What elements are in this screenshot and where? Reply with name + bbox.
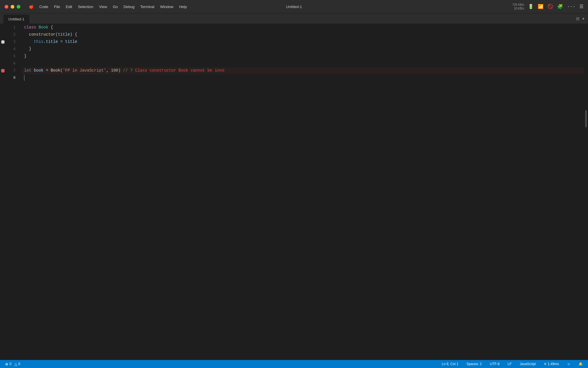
statusbar: ⊗ 0 △ 0 Ln 8, Col 1 Spaces: 2 UTF-8 LF J… — [0, 360, 588, 368]
bp-1 — [0, 24, 6, 31]
statusbar-right: Ln 8, Col 1 Spaces: 2 UTF-8 LF JavaScrip… — [440, 360, 585, 368]
menu-code[interactable]: Code — [36, 3, 51, 10]
token-indent2b — [24, 45, 29, 53]
token-book-var: book — [34, 67, 44, 74]
token-constructor: constructor — [29, 31, 55, 38]
code-line-8 — [22, 74, 584, 81]
token-empty — [24, 60, 26, 67]
timing[interactable]: ✕ 1.49ms — [542, 360, 561, 368]
breakpoint-white — [1, 40, 5, 44]
token-title-param: title — [58, 31, 70, 38]
smiley-button[interactable]: ☺ — [565, 360, 572, 368]
code-editor[interactable]: class Book { constructor ( title ) { thi… — [22, 24, 584, 360]
menu-help[interactable]: Help — [176, 3, 190, 10]
token-close-paren2: ) — [118, 67, 121, 74]
bp-3 — [0, 38, 6, 45]
token-close-brace2: } — [24, 53, 26, 60]
code-line-4: } — [22, 45, 584, 53]
token-call-paren: ( — [60, 67, 63, 74]
le-text: LF — [508, 362, 512, 366]
code-line-2: constructor ( title ) { — [22, 31, 584, 38]
token-book-call: Book — [51, 67, 60, 74]
extensions-icon: 🧩 — [557, 4, 563, 9]
battery-icon: 🔋 — [528, 4, 534, 9]
code-line-3: this . title = title — [22, 38, 584, 45]
menu-bar: 🍎 Code File Edit Selection View Go Debug… — [26, 3, 190, 10]
network-info: 725 KB/s 10 KB/s — [512, 3, 524, 10]
encoding[interactable]: UTF-8 — [488, 360, 501, 368]
notification-bell[interactable]: 🔔 — [577, 360, 585, 368]
traffic-lights — [5, 5, 20, 9]
token-title-prop: title — [46, 38, 58, 45]
timing-text: ✕ 1.49ms — [544, 362, 559, 366]
token-class: class — [24, 24, 36, 31]
token-space2: { — [72, 31, 77, 38]
breakpoint-red — [1, 69, 5, 72]
line-num-5: 5 — [6, 53, 18, 60]
smiley-icon: ☺ — [567, 362, 570, 366]
code-line-5: } — [22, 53, 584, 60]
list-icon: ☰ — [579, 4, 583, 9]
menu-selection[interactable]: Selection — [75, 3, 96, 10]
menu-terminal[interactable]: Terminal — [138, 3, 157, 10]
line-num-3: 3 — [6, 38, 18, 45]
tab-label: Untitled-1 — [8, 17, 24, 21]
token-indent4 — [24, 38, 34, 45]
code-line-7: let book = Book ( 'FP in JavaScript' , 1… — [22, 67, 584, 74]
token-space5 — [133, 67, 135, 74]
unsaved-indicator: ● — [582, 16, 585, 21]
token-comment: // ? — [123, 67, 133, 74]
token-lparen: ( — [55, 31, 58, 38]
bp-7 — [0, 67, 6, 74]
indentation[interactable]: Spaces: 2 — [465, 360, 483, 368]
token-indent2 — [24, 31, 29, 38]
apple-menu[interactable]: 🍎 — [26, 3, 36, 10]
bp-8 — [0, 74, 6, 81]
more-icon: ··· — [567, 4, 575, 9]
minimize-button[interactable] — [11, 5, 14, 9]
token-error-msg: Class constructor Book cannot be invo — [135, 67, 225, 74]
encoding-text: UTF-8 — [490, 362, 500, 366]
token-this: this — [34, 38, 44, 45]
maximize-button[interactable] — [17, 5, 20, 9]
menu-edit[interactable]: Edit — [63, 3, 75, 10]
bell-icon: 🔔 — [579, 362, 583, 366]
code-lines: class Book { constructor ( title ) { thi… — [22, 24, 584, 81]
cursor-position[interactable]: Ln 8, Col 1 — [440, 360, 460, 368]
menu-view[interactable]: View — [96, 3, 110, 10]
token-space — [36, 24, 38, 31]
close-button[interactable] — [5, 5, 8, 9]
token-dot: . — [43, 38, 46, 45]
line-num-7: 7 — [6, 67, 18, 74]
token-assign: = — [58, 38, 65, 45]
scrollbar-thumb[interactable] — [585, 110, 587, 127]
editor-container: 1 2 3 4 5 6 7 8 class Book { constructor… — [0, 24, 588, 360]
token-rparen: ) — [70, 31, 72, 38]
menu-file[interactable]: File — [51, 3, 63, 10]
menu-go[interactable]: Go — [110, 3, 121, 10]
line-num-1: 1 — [6, 24, 18, 31]
warning-icon: △ — [14, 362, 17, 366]
spaces-text: Spaces: 2 — [467, 362, 482, 366]
titlebar-left: 🍎 Code File Edit Selection View Go Debug… — [5, 3, 190, 10]
bp-6 — [0, 60, 6, 67]
menu-debug[interactable]: Debug — [121, 3, 137, 10]
token-comma: , — [106, 67, 111, 74]
split-editor-icon[interactable]: ⊟ — [576, 16, 579, 22]
token-brace: { — [48, 24, 53, 31]
language-selector[interactable]: JavaScript — [518, 360, 537, 368]
line-num-6: 6 — [6, 60, 18, 67]
token-title-val: title — [65, 38, 77, 45]
errors-indicator[interactable]: ⊗ 0 △ 0 — [3, 360, 22, 368]
line-ending[interactable]: LF — [506, 360, 513, 368]
titlebar-icons: 🔋 📶 🚫 🧩 ··· ☰ — [528, 4, 583, 9]
token-let: let — [24, 67, 31, 74]
bp-5 — [0, 53, 6, 60]
line-numbers: 1 2 3 4 5 6 7 8 — [6, 24, 22, 360]
editor-tab[interactable]: Untitled-1 — [3, 15, 29, 24]
token-space3 — [31, 67, 34, 74]
language-text: JavaScript — [520, 362, 536, 366]
wifi-icon: 📶 — [538, 4, 543, 9]
scrollbar-track[interactable] — [584, 24, 588, 360]
menu-window[interactable]: Window — [157, 3, 176, 10]
